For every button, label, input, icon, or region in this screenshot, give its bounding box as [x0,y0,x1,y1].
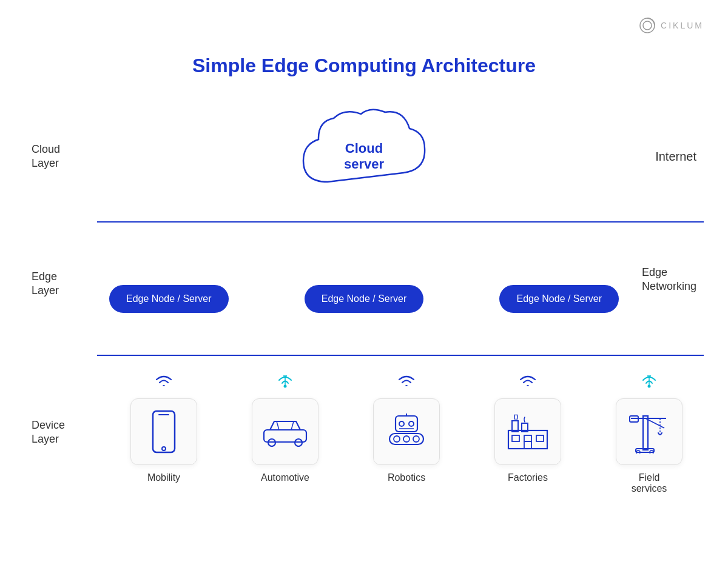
robot-icon [385,414,428,450]
device-robotics: Robotics [373,373,440,483]
factories-box [494,398,561,465]
edge-node-1: Edge Node / Server [109,285,229,313]
svg-rect-20 [264,430,306,442]
antenna-icon-field [638,373,660,390]
edge-networking-label: EdgeNetworking [642,266,696,294]
wifi-icon-robotics [396,373,417,390]
svg-rect-40 [536,435,544,441]
field-services-box [616,398,682,465]
svg-text:server: server [344,156,385,172]
edge-node-3: Edge Node / Server [499,285,619,313]
svg-point-26 [399,421,404,426]
wifi-icon-factories [517,373,539,390]
logo-text: CIKLUM [661,21,704,30]
device-automotive: Automotive [252,373,318,483]
svg-point-32 [394,436,400,442]
internet-label: Internet [655,149,696,164]
device-factories: Factories [494,373,561,483]
factory-icon [504,412,552,452]
mobility-box [130,398,197,465]
page-title: Simple Edge Computing Architecture [0,55,728,77]
svg-rect-35 [508,430,547,449]
robotics-box [373,398,440,465]
svg-point-27 [409,421,414,426]
svg-point-42 [648,385,651,388]
field-services-label: Fieldservices [632,472,667,494]
antenna-icon-automotive [274,373,296,390]
svg-rect-45 [643,416,648,450]
automotive-label: Automotive [261,472,309,483]
device-layer-row: Mobility [103,373,710,494]
svg-rect-14 [153,411,175,452]
edge-device-divider [97,355,704,356]
svg-text:Cloud: Cloud [345,141,383,156]
svg-point-16 [162,447,166,450]
svg-line-23 [277,421,279,430]
svg-point-33 [403,436,410,442]
edge-layer-label: EdgeLayer [32,270,59,298]
svg-rect-31 [389,434,423,444]
logo: CIKLUM [639,17,704,34]
svg-rect-38 [512,435,519,441]
mobility-label: Mobility [147,472,180,483]
svg-line-24 [291,421,294,430]
svg-rect-39 [524,435,531,441]
svg-point-34 [413,436,419,442]
automotive-box [252,398,318,465]
edge-nodes-row: Edge Node / Server Edge Node / Server Ed… [109,285,619,313]
crane-icon [625,410,673,454]
cloud-edge-divider [97,221,704,223]
device-mobility: Mobility [130,373,197,483]
robotics-label: Robotics [388,472,425,483]
svg-rect-41 [524,441,531,449]
edge-node-2: Edge Node / Server [305,285,424,313]
device-field-services: Fieldservices [616,373,682,494]
ciklum-icon [639,17,656,34]
car-icon [261,417,309,447]
svg-point-1 [643,21,652,30]
mobile-icon [150,410,177,454]
svg-point-17 [284,385,287,388]
device-layer-label: DeviceLayer [32,418,65,447]
factories-label: Factories [508,472,548,483]
wifi-icon-mobility [153,373,175,390]
cloud-server: Cloud server [291,103,437,209]
cloud-layer-label: CloudLayer [32,142,60,171]
